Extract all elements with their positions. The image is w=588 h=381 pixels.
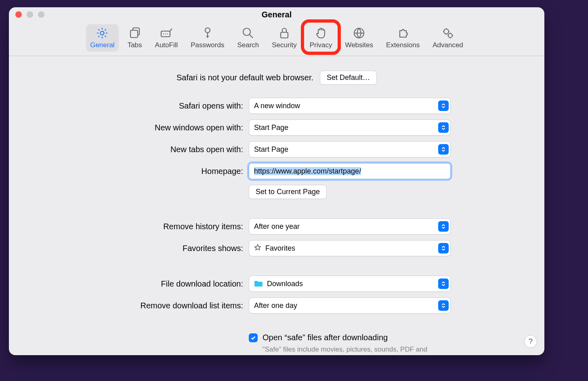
preferences-toolbar: General Tabs AutoFill Passwords Search xyxy=(9,22,544,56)
chevron-updown-icon xyxy=(438,278,449,289)
svg-point-0 xyxy=(101,31,104,35)
select-remove-downloads[interactable]: After one day xyxy=(249,297,451,314)
open-safe-description: “Safe” files include movies, pictures, s… xyxy=(249,345,436,355)
svg-rect-1 xyxy=(130,30,138,38)
key-icon xyxy=(201,27,214,40)
tab-label: Websites xyxy=(345,41,373,49)
select-remove-history[interactable]: After one year xyxy=(249,218,451,234)
default-browser-text: Safari is not your default web browser. xyxy=(176,73,313,82)
select-value: After one day xyxy=(254,301,438,310)
select-value: Start Page xyxy=(254,145,438,154)
select-opens-with[interactable]: A new window xyxy=(249,98,451,114)
folder-icon xyxy=(254,280,263,287)
label-opens-with: Safari opens with: xyxy=(179,101,243,111)
tab-extensions[interactable]: Extensions xyxy=(382,24,424,52)
set-current-page-button[interactable]: Set to Current Page xyxy=(249,185,327,199)
advanced-gears-icon xyxy=(441,27,454,40)
tab-passwords[interactable]: Passwords xyxy=(187,24,228,52)
puzzle-icon xyxy=(397,27,410,40)
select-value: A new window xyxy=(254,102,438,110)
traffic-lights xyxy=(15,11,44,18)
svg-point-5 xyxy=(167,33,168,34)
tab-label: Advanced xyxy=(433,41,463,49)
default-browser-row: Safari is not your default web browser. … xyxy=(9,71,544,85)
label-remove-history: Remove history items: xyxy=(163,222,243,231)
hand-icon xyxy=(315,27,328,40)
tab-websites[interactable]: Websites xyxy=(341,24,377,52)
label-new-tabs: New tabs open with: xyxy=(170,145,243,154)
tab-label: Tabs xyxy=(128,41,142,49)
tab-tabs[interactable]: Tabs xyxy=(124,24,146,52)
svg-rect-8 xyxy=(281,32,288,38)
minimize-window-button[interactable] xyxy=(27,11,33,18)
tab-label: Search xyxy=(237,41,259,49)
select-value: Downloads xyxy=(254,280,438,288)
label-homepage: Homepage: xyxy=(202,167,243,176)
zoom-window-button[interactable] xyxy=(38,11,44,18)
close-window-button[interactable] xyxy=(15,11,22,18)
select-value: Favorites xyxy=(254,244,438,253)
label-download-location: File download location: xyxy=(161,279,243,289)
svg-point-4 xyxy=(165,33,166,34)
tab-label: Privacy xyxy=(310,41,332,49)
help-button[interactable]: ? xyxy=(524,335,537,348)
tab-label: General xyxy=(90,41,114,49)
select-favorites[interactable]: Favorites xyxy=(249,240,451,256)
label-favorites: Favorites shows: xyxy=(183,244,243,253)
chevron-updown-icon xyxy=(438,100,449,111)
gear-icon xyxy=(96,27,109,40)
chevron-updown-icon xyxy=(438,300,449,311)
settings-grid: Safari opens with: A new window New wind… xyxy=(9,98,544,355)
homepage-value: https://www.apple.com/startpage/ xyxy=(254,167,449,176)
search-icon xyxy=(242,27,254,40)
svg-point-3 xyxy=(163,33,164,34)
autofill-icon xyxy=(160,27,173,40)
label-new-windows: New windows open with: xyxy=(155,123,243,132)
window-title: General xyxy=(9,10,544,19)
svg-point-11 xyxy=(448,33,452,38)
select-value: After one year xyxy=(254,222,438,231)
select-download-location[interactable]: Downloads xyxy=(249,276,451,292)
tabs-icon xyxy=(128,27,141,40)
open-safe-label: Open “safe” files after downloading xyxy=(262,333,388,342)
globe-icon xyxy=(353,27,365,40)
tab-search[interactable]: Search xyxy=(233,24,263,52)
tab-label: Security xyxy=(272,41,296,49)
tab-label: Extensions xyxy=(386,41,420,49)
chevron-updown-icon xyxy=(438,144,449,155)
tab-privacy[interactable]: Privacy xyxy=(306,24,336,52)
set-default-button[interactable]: Set Default… xyxy=(320,71,377,85)
star-icon xyxy=(254,244,261,253)
tab-label: AutoFill xyxy=(155,41,178,49)
preferences-window: General General Tabs AutoFill Password xyxy=(9,7,544,355)
checkbox-checked-icon xyxy=(249,333,258,342)
tab-autofill[interactable]: AutoFill xyxy=(151,24,182,52)
chevron-updown-icon xyxy=(438,243,449,253)
svg-point-6 xyxy=(205,28,210,33)
svg-point-10 xyxy=(444,29,449,34)
chevron-updown-icon xyxy=(438,122,449,133)
lock-icon xyxy=(278,27,291,40)
tab-security[interactable]: Security xyxy=(268,24,300,52)
select-new-windows[interactable]: Start Page xyxy=(249,119,451,136)
svg-point-7 xyxy=(243,28,250,36)
content-area: Safari is not your default web browser. … xyxy=(9,56,544,355)
chevron-updown-icon xyxy=(438,221,449,232)
tab-label: Passwords xyxy=(191,41,224,49)
set-current-page-row: Set to Current Page xyxy=(249,185,451,199)
tab-advanced[interactable]: Advanced xyxy=(428,24,467,52)
open-safe-checkbox-row[interactable]: Open “safe” files after downloading xyxy=(249,333,451,342)
label-remove-downloads: Remove download list items: xyxy=(140,301,243,310)
titlebar: General xyxy=(9,7,544,22)
select-value: Start Page xyxy=(254,124,438,132)
homepage-field[interactable]: https://www.apple.com/startpage/ xyxy=(249,163,451,179)
tab-general[interactable]: General xyxy=(86,24,118,52)
select-new-tabs[interactable]: Start Page xyxy=(249,141,451,157)
open-safe-group: Open “safe” files after downloading “Saf… xyxy=(249,333,451,355)
